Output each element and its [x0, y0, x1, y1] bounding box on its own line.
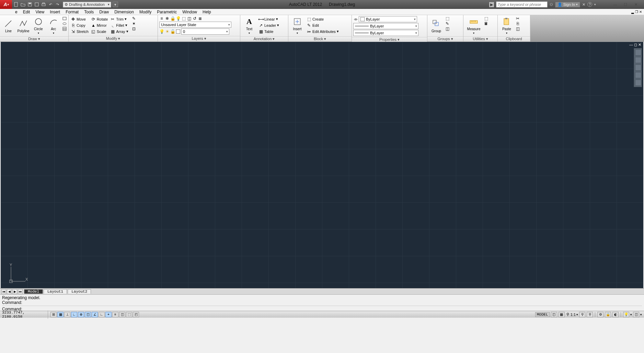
- linetype-combo[interactable]: ByLayer: [353, 30, 418, 36]
- sb-grid-icon[interactable]: ⊥: [64, 312, 70, 317]
- scale-button[interactable]: ◱Scale: [90, 28, 108, 34]
- matchprops-icon[interactable]: ⌯: [353, 17, 358, 22]
- sb-dyn-icon[interactable]: +: [105, 312, 112, 317]
- undo-icon[interactable]: ↶: [48, 2, 53, 7]
- layer-props-icon[interactable]: ≡: [159, 16, 164, 21]
- fillet-button[interactable]: ◟Fillet ▾: [110, 22, 129, 28]
- nav-orbit-icon[interactable]: [635, 72, 641, 78]
- quickcalc-icon[interactable]: 🖩: [484, 21, 488, 26]
- sb-infer-icon[interactable]: ⊞: [50, 312, 57, 317]
- layer-iso-icon[interactable]: ⬚: [181, 16, 186, 21]
- edit-button[interactable]: ✎Edit: [306, 22, 340, 28]
- layer-state-combo[interactable]: Unsaved Layer State: [159, 22, 231, 28]
- measure-button[interactable]: Measure▾: [465, 16, 483, 35]
- menu-window[interactable]: Window: [180, 10, 200, 14]
- annotation-scale[interactable]: 1:1: [571, 313, 576, 317]
- sb-ducs-icon[interactable]: ∟: [99, 312, 105, 317]
- leader-button[interactable]: ↗Leader ▾: [258, 22, 280, 28]
- nav-pan-icon[interactable]: [635, 57, 641, 63]
- layer-bulb-icon[interactable]: 💡: [159, 29, 164, 34]
- insert-button[interactable]: Insert▾: [290, 16, 305, 35]
- sign-in-button[interactable]: 👤 Sign In ▾: [555, 2, 580, 8]
- layer-lockopen-icon[interactable]: 🔓: [170, 29, 175, 34]
- tab-layout1[interactable]: Layout1: [44, 289, 67, 294]
- trim-button[interactable]: ✂Trim ▾: [110, 16, 129, 22]
- sb-hw-icon[interactable]: ◐: [612, 312, 619, 317]
- workspace-selector[interactable]: ⚙ Drafting & Annotation ▾: [63, 2, 111, 8]
- editattr-button[interactable]: ≔Edit Attributes ▾: [306, 28, 340, 34]
- sb-otrack-icon[interactable]: ∠: [92, 312, 98, 317]
- panel-draw-title[interactable]: Draw ▾: [0, 36, 68, 42]
- polyline-button[interactable]: Polyline: [16, 16, 31, 35]
- sb-r4-icon[interactable]: ⚲: [587, 312, 593, 317]
- ungroup-icon[interactable]: ⬚: [445, 16, 450, 21]
- app-menu-button[interactable]: A▾: [0, 0, 12, 9]
- tab-layout2[interactable]: Layout2: [68, 289, 91, 294]
- nav-zoom-icon[interactable]: [635, 64, 641, 71]
- groupedit-icon[interactable]: ✎: [445, 21, 450, 26]
- saveas-icon[interactable]: [34, 2, 39, 7]
- sb-r1-icon[interactable]: ◫: [551, 312, 557, 317]
- linear-button[interactable]: ⟷Linear ▾: [258, 16, 280, 22]
- drawing-canvas[interactable]: — ◻ ✕ Y X: [1, 42, 643, 288]
- lineweight-combo[interactable]: ByLayer: [353, 23, 418, 29]
- hatch-icon[interactable]: [62, 26, 67, 31]
- layer-walk-icon[interactable]: ≣: [198, 16, 203, 21]
- menu-insert[interactable]: Insert: [47, 10, 63, 14]
- panel-clipboard-title[interactable]: Clipboard: [498, 36, 530, 42]
- doc-minimize-icon[interactable]: ▂: [631, 10, 634, 14]
- menu-help[interactable]: Help: [200, 10, 214, 14]
- menu-edit[interactable]: Edit: [20, 10, 33, 14]
- menu-parametric[interactable]: Parametric: [154, 10, 180, 14]
- maximize-button[interactable]: ☐: [622, 2, 629, 7]
- select-icon[interactable]: ⬚: [484, 16, 488, 21]
- sb-lwt-icon[interactable]: ≡: [112, 312, 118, 317]
- close-button[interactable]: ✕: [632, 2, 639, 7]
- tab-model[interactable]: Model: [24, 289, 43, 294]
- sb-r2-icon[interactable]: ▦: [559, 312, 565, 317]
- tab-first-icon[interactable]: ⏮: [1, 289, 6, 294]
- erase-icon[interactable]: ✎: [131, 16, 136, 21]
- matchclip-icon[interactable]: ◫: [515, 26, 520, 31]
- table-button[interactable]: ▦Table: [258, 28, 280, 34]
- command-window[interactable]: Regenerating model. Command: Command:: [0, 294, 644, 311]
- layer-prev-icon[interactable]: ↺: [192, 16, 197, 21]
- panel-layers-title[interactable]: Layers ▾: [158, 36, 240, 42]
- tab-prev-icon[interactable]: ◀: [7, 289, 12, 294]
- layer-match-icon[interactable]: ◫: [187, 16, 192, 21]
- canvas-minimize-icon[interactable]: —: [629, 43, 633, 47]
- sb-clean-icon[interactable]: ◫: [633, 312, 639, 317]
- sb-ws-icon[interactable]: ⚙: [597, 312, 603, 317]
- panel-modify-title[interactable]: Modify ▾: [69, 36, 158, 42]
- rotate-button[interactable]: ⟳Rotate: [90, 16, 108, 22]
- menu-view[interactable]: View: [33, 10, 47, 14]
- panel-block-title[interactable]: Block ▾: [288, 36, 352, 42]
- tab-next-icon[interactable]: ▶: [12, 289, 17, 294]
- exchange-icon[interactable]: ✕: [582, 2, 585, 7]
- layer-off-icon[interactable]: 💡: [176, 16, 181, 21]
- sb-r3-icon[interactable]: ⚲: [579, 312, 585, 317]
- rectangle-icon[interactable]: [62, 16, 67, 21]
- groupbox-icon[interactable]: ◫: [445, 26, 450, 31]
- text-button[interactable]: AText▾: [242, 16, 257, 35]
- sb-lock-icon[interactable]: 🔒: [605, 312, 611, 317]
- sb-ortho-icon[interactable]: ∟: [71, 312, 77, 317]
- doc-close-icon[interactable]: ✕: [639, 10, 642, 14]
- search-glass-icon[interactable]: ▶: [489, 2, 494, 7]
- open-icon[interactable]: [20, 2, 26, 7]
- doc-restore-icon[interactable]: ❐: [635, 10, 638, 14]
- mirror-button[interactable]: ▲Mirror: [90, 22, 108, 28]
- infocenter-icon[interactable]: ⚇: [550, 2, 553, 7]
- offset-icon[interactable]: ⊡: [131, 26, 136, 31]
- qat-dropdown-icon[interactable]: ▾: [113, 2, 118, 7]
- layer-color-icon[interactable]: [176, 29, 181, 34]
- sb-snap-icon[interactable]: ▦: [57, 312, 64, 317]
- minimize-button[interactable]: —: [612, 2, 619, 7]
- panel-annotation-title[interactable]: Annotation ▾: [240, 36, 288, 42]
- copy2-icon[interactable]: ⎘: [515, 21, 520, 26]
- menu-format[interactable]: Format: [63, 10, 81, 14]
- nav-wheel-icon[interactable]: [635, 49, 641, 56]
- layer-current-combo[interactable]: 0: [181, 28, 229, 35]
- circle-button[interactable]: Circle▾: [32, 16, 46, 35]
- group-button[interactable]: Group: [429, 16, 444, 35]
